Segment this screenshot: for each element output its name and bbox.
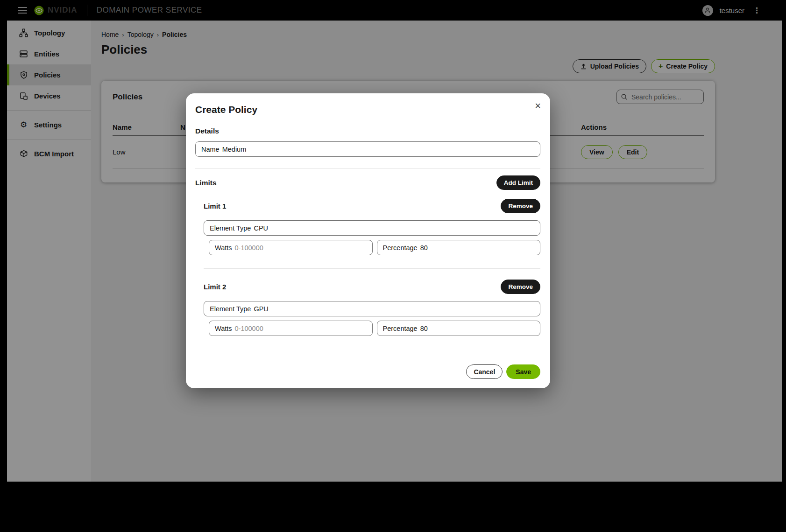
limit-block-1: Limit 1 Remove Element Type CPU Watts 0-… [204,199,540,255]
percentage-input[interactable]: Percentage 80 [377,321,541,336]
watts-label: Watts [215,325,232,332]
remove-limit-button[interactable]: Remove [501,280,540,294]
limits-heading: Limits [195,179,217,187]
percentage-label: Percentage [383,244,418,252]
percentage-label: Percentage [383,325,418,332]
name-value: Medium [222,146,247,153]
element-type-label: Element Type [210,224,251,232]
limit-divider [204,268,540,269]
create-policy-modal: × Create Policy Details Name Medium Limi… [186,93,550,388]
modal-divider [195,168,540,169]
details-heading: Details [195,127,540,135]
element-type-value: CPU [254,224,268,232]
save-button[interactable]: Save [506,364,540,379]
element-type-label: Element Type [210,305,251,313]
percentage-input[interactable]: Percentage 80 [377,240,541,255]
watts-input[interactable]: Watts 0-100000 [209,321,373,336]
limit-title: Limit 1 [204,202,226,210]
watts-placeholder: 0-100000 [235,325,263,332]
element-type-select[interactable]: Element Type CPU [204,220,540,236]
limit-title: Limit 2 [204,283,226,291]
watts-placeholder: 0-100000 [235,244,263,252]
name-label: Name [201,146,220,153]
limit-block-2: Limit 2 Remove Element Type GPU Watts 0-… [204,280,540,336]
percentage-value: 80 [420,244,428,252]
element-type-select[interactable]: Element Type GPU [204,301,540,316]
percentage-value: 80 [420,325,428,332]
modal-title: Create Policy [195,104,540,115]
element-type-value: GPU [254,305,268,313]
watts-input[interactable]: Watts 0-100000 [209,240,373,255]
close-icon[interactable]: × [535,101,541,111]
add-limit-button[interactable]: Add Limit [496,175,540,190]
watts-label: Watts [215,244,232,252]
cancel-button[interactable]: Cancel [466,364,503,379]
remove-limit-button[interactable]: Remove [501,199,540,213]
name-input[interactable]: Name Medium [195,141,540,157]
